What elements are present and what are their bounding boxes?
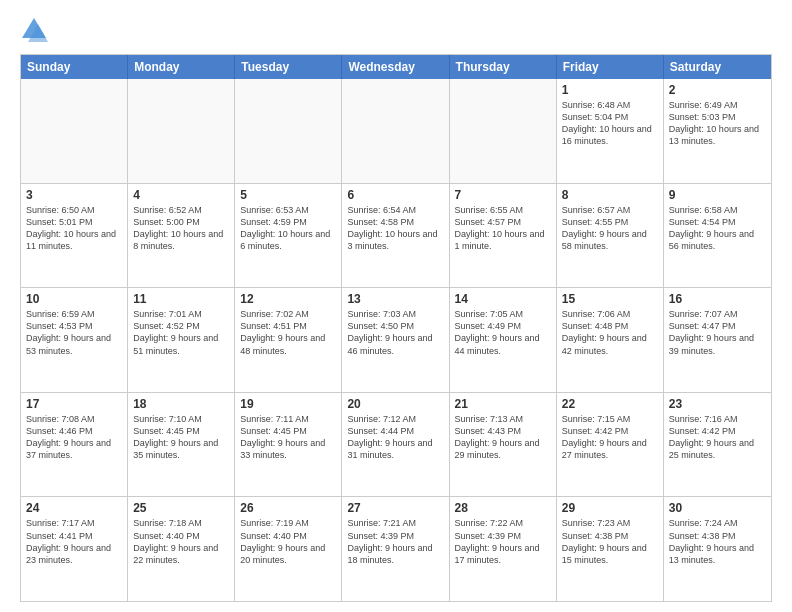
day-info: Sunrise: 6:58 AM Sunset: 4:54 PM Dayligh… — [669, 204, 766, 253]
day-number: 7 — [455, 188, 551, 202]
day-cell-14: 14Sunrise: 7:05 AM Sunset: 4:49 PM Dayli… — [450, 288, 557, 392]
day-info: Sunrise: 7:12 AM Sunset: 4:44 PM Dayligh… — [347, 413, 443, 462]
header-day-tuesday: Tuesday — [235, 55, 342, 79]
day-cell-15: 15Sunrise: 7:06 AM Sunset: 4:48 PM Dayli… — [557, 288, 664, 392]
empty-cell — [21, 79, 128, 183]
day-cell-24: 24Sunrise: 7:17 AM Sunset: 4:41 PM Dayli… — [21, 497, 128, 601]
day-info: Sunrise: 7:17 AM Sunset: 4:41 PM Dayligh… — [26, 517, 122, 566]
day-number: 30 — [669, 501, 766, 515]
calendar-row-2: 3Sunrise: 6:50 AM Sunset: 5:01 PM Daylig… — [21, 183, 771, 288]
day-cell-18: 18Sunrise: 7:10 AM Sunset: 4:45 PM Dayli… — [128, 393, 235, 497]
day-info: Sunrise: 7:01 AM Sunset: 4:52 PM Dayligh… — [133, 308, 229, 357]
day-number: 22 — [562, 397, 658, 411]
day-info: Sunrise: 7:08 AM Sunset: 4:46 PM Dayligh… — [26, 413, 122, 462]
day-cell-9: 9Sunrise: 6:58 AM Sunset: 4:54 PM Daylig… — [664, 184, 771, 288]
day-number: 11 — [133, 292, 229, 306]
header-day-wednesday: Wednesday — [342, 55, 449, 79]
day-cell-8: 8Sunrise: 6:57 AM Sunset: 4:55 PM Daylig… — [557, 184, 664, 288]
day-info: Sunrise: 7:11 AM Sunset: 4:45 PM Dayligh… — [240, 413, 336, 462]
day-info: Sunrise: 7:18 AM Sunset: 4:40 PM Dayligh… — [133, 517, 229, 566]
day-cell-27: 27Sunrise: 7:21 AM Sunset: 4:39 PM Dayli… — [342, 497, 449, 601]
day-cell-13: 13Sunrise: 7:03 AM Sunset: 4:50 PM Dayli… — [342, 288, 449, 392]
day-info: Sunrise: 7:02 AM Sunset: 4:51 PM Dayligh… — [240, 308, 336, 357]
day-number: 8 — [562, 188, 658, 202]
empty-cell — [128, 79, 235, 183]
day-info: Sunrise: 6:50 AM Sunset: 5:01 PM Dayligh… — [26, 204, 122, 253]
day-info: Sunrise: 6:49 AM Sunset: 5:03 PM Dayligh… — [669, 99, 766, 148]
calendar-row-5: 24Sunrise: 7:17 AM Sunset: 4:41 PM Dayli… — [21, 496, 771, 601]
day-info: Sunrise: 7:05 AM Sunset: 4:49 PM Dayligh… — [455, 308, 551, 357]
day-number: 29 — [562, 501, 658, 515]
day-info: Sunrise: 7:15 AM Sunset: 4:42 PM Dayligh… — [562, 413, 658, 462]
logo — [20, 16, 52, 44]
day-cell-5: 5Sunrise: 6:53 AM Sunset: 4:59 PM Daylig… — [235, 184, 342, 288]
page: SundayMondayTuesdayWednesdayThursdayFrid… — [0, 0, 792, 612]
day-number: 23 — [669, 397, 766, 411]
day-cell-11: 11Sunrise: 7:01 AM Sunset: 4:52 PM Dayli… — [128, 288, 235, 392]
day-info: Sunrise: 7:13 AM Sunset: 4:43 PM Dayligh… — [455, 413, 551, 462]
calendar-row-3: 10Sunrise: 6:59 AM Sunset: 4:53 PM Dayli… — [21, 287, 771, 392]
calendar-row-4: 17Sunrise: 7:08 AM Sunset: 4:46 PM Dayli… — [21, 392, 771, 497]
day-info: Sunrise: 7:16 AM Sunset: 4:42 PM Dayligh… — [669, 413, 766, 462]
day-cell-6: 6Sunrise: 6:54 AM Sunset: 4:58 PM Daylig… — [342, 184, 449, 288]
day-info: Sunrise: 6:55 AM Sunset: 4:57 PM Dayligh… — [455, 204, 551, 253]
day-cell-28: 28Sunrise: 7:22 AM Sunset: 4:39 PM Dayli… — [450, 497, 557, 601]
day-number: 2 — [669, 83, 766, 97]
header-day-saturday: Saturday — [664, 55, 771, 79]
header-day-monday: Monday — [128, 55, 235, 79]
calendar-header: SundayMondayTuesdayWednesdayThursdayFrid… — [21, 55, 771, 79]
day-cell-26: 26Sunrise: 7:19 AM Sunset: 4:40 PM Dayli… — [235, 497, 342, 601]
day-info: Sunrise: 6:59 AM Sunset: 4:53 PM Dayligh… — [26, 308, 122, 357]
day-number: 13 — [347, 292, 443, 306]
day-info: Sunrise: 6:52 AM Sunset: 5:00 PM Dayligh… — [133, 204, 229, 253]
day-cell-1: 1Sunrise: 6:48 AM Sunset: 5:04 PM Daylig… — [557, 79, 664, 183]
day-number: 25 — [133, 501, 229, 515]
day-number: 10 — [26, 292, 122, 306]
day-info: Sunrise: 7:19 AM Sunset: 4:40 PM Dayligh… — [240, 517, 336, 566]
day-number: 24 — [26, 501, 122, 515]
day-number: 14 — [455, 292, 551, 306]
day-cell-23: 23Sunrise: 7:16 AM Sunset: 4:42 PM Dayli… — [664, 393, 771, 497]
day-info: Sunrise: 6:57 AM Sunset: 4:55 PM Dayligh… — [562, 204, 658, 253]
day-cell-21: 21Sunrise: 7:13 AM Sunset: 4:43 PM Dayli… — [450, 393, 557, 497]
day-info: Sunrise: 6:54 AM Sunset: 4:58 PM Dayligh… — [347, 204, 443, 253]
day-number: 12 — [240, 292, 336, 306]
empty-cell — [450, 79, 557, 183]
day-number: 20 — [347, 397, 443, 411]
day-cell-22: 22Sunrise: 7:15 AM Sunset: 4:42 PM Dayli… — [557, 393, 664, 497]
day-cell-29: 29Sunrise: 7:23 AM Sunset: 4:38 PM Dayli… — [557, 497, 664, 601]
calendar-row-1: 1Sunrise: 6:48 AM Sunset: 5:04 PM Daylig… — [21, 79, 771, 183]
day-number: 6 — [347, 188, 443, 202]
day-info: Sunrise: 7:03 AM Sunset: 4:50 PM Dayligh… — [347, 308, 443, 357]
day-number: 4 — [133, 188, 229, 202]
day-info: Sunrise: 6:48 AM Sunset: 5:04 PM Dayligh… — [562, 99, 658, 148]
calendar-body: 1Sunrise: 6:48 AM Sunset: 5:04 PM Daylig… — [21, 79, 771, 601]
day-cell-10: 10Sunrise: 6:59 AM Sunset: 4:53 PM Dayli… — [21, 288, 128, 392]
day-number: 1 — [562, 83, 658, 97]
calendar: SundayMondayTuesdayWednesdayThursdayFrid… — [20, 54, 772, 602]
day-info: Sunrise: 7:22 AM Sunset: 4:39 PM Dayligh… — [455, 517, 551, 566]
day-info: Sunrise: 7:10 AM Sunset: 4:45 PM Dayligh… — [133, 413, 229, 462]
day-number: 9 — [669, 188, 766, 202]
day-info: Sunrise: 7:23 AM Sunset: 4:38 PM Dayligh… — [562, 517, 658, 566]
day-info: Sunrise: 7:24 AM Sunset: 4:38 PM Dayligh… — [669, 517, 766, 566]
day-info: Sunrise: 7:07 AM Sunset: 4:47 PM Dayligh… — [669, 308, 766, 357]
empty-cell — [235, 79, 342, 183]
day-number: 16 — [669, 292, 766, 306]
day-cell-20: 20Sunrise: 7:12 AM Sunset: 4:44 PM Dayli… — [342, 393, 449, 497]
day-cell-12: 12Sunrise: 7:02 AM Sunset: 4:51 PM Dayli… — [235, 288, 342, 392]
day-number: 27 — [347, 501, 443, 515]
header-day-thursday: Thursday — [450, 55, 557, 79]
day-number: 26 — [240, 501, 336, 515]
day-cell-7: 7Sunrise: 6:55 AM Sunset: 4:57 PM Daylig… — [450, 184, 557, 288]
day-info: Sunrise: 6:53 AM Sunset: 4:59 PM Dayligh… — [240, 204, 336, 253]
day-cell-4: 4Sunrise: 6:52 AM Sunset: 5:00 PM Daylig… — [128, 184, 235, 288]
day-cell-30: 30Sunrise: 7:24 AM Sunset: 4:38 PM Dayli… — [664, 497, 771, 601]
empty-cell — [342, 79, 449, 183]
day-number: 19 — [240, 397, 336, 411]
day-cell-25: 25Sunrise: 7:18 AM Sunset: 4:40 PM Dayli… — [128, 497, 235, 601]
day-cell-17: 17Sunrise: 7:08 AM Sunset: 4:46 PM Dayli… — [21, 393, 128, 497]
day-cell-3: 3Sunrise: 6:50 AM Sunset: 5:01 PM Daylig… — [21, 184, 128, 288]
day-number: 15 — [562, 292, 658, 306]
header-day-friday: Friday — [557, 55, 664, 79]
